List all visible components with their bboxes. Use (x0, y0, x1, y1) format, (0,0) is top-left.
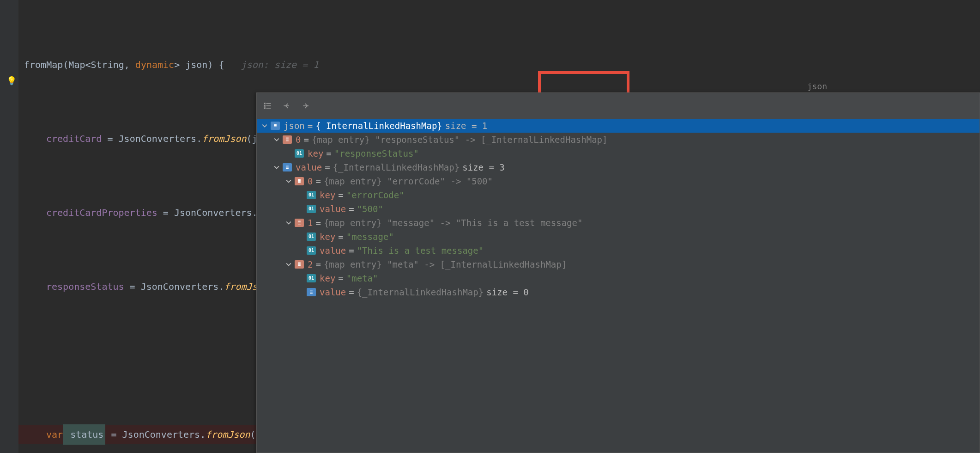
svg-rect-5 (266, 108, 271, 109)
map-entry-icon: ≣ (295, 260, 304, 269)
value-icon: 01 (307, 191, 316, 199)
list-icon: ≡ (307, 288, 316, 296)
list-icon: ≡ (271, 122, 280, 130)
map-entry-icon: ≣ (295, 177, 304, 185)
popup-toolbar (257, 93, 980, 119)
chevron-down-icon[interactable] (272, 163, 281, 171)
map-entry-icon: ≣ (283, 135, 292, 144)
debug-inspector-popup[interactable]: json ≡ json = {_InternalLinkedHashMap} s… (256, 92, 980, 453)
tree-row[interactable]: 01 value = "500" (257, 202, 980, 216)
list-icon: ≡ (283, 163, 292, 171)
variable-tree[interactable]: ≡ json = {_InternalLinkedHashMap} size =… (257, 119, 980, 453)
tree-row[interactable]: ≣ 0 = {map entry} "errorCode" -> "500" (257, 174, 980, 188)
tree-row[interactable]: 01 key = "errorCode" (257, 188, 980, 202)
chevron-down-icon[interactable] (284, 177, 293, 185)
back-arrow-icon[interactable] (282, 101, 292, 111)
method-name: fromMap (24, 55, 63, 74)
map-entry-icon: ≣ (295, 219, 304, 227)
tree-row[interactable]: 01 key = "meta" (257, 271, 980, 285)
value-icon: 01 (307, 274, 316, 282)
value-icon: 01 (295, 149, 304, 158)
tree-root-row[interactable]: ≡ json = {_InternalLinkedHashMap} size =… (257, 119, 980, 133)
tree-row[interactable]: ≣ 2 = {map entry} "meta" -> [_InternalLi… (257, 257, 980, 271)
inline-hint: json: size = 1 (224, 55, 319, 74)
code-line[interactable]: fromMap(Map<String, dynamic> json) { jso… (18, 55, 980, 74)
lightbulb-icon[interactable]: 💡 (6, 76, 17, 86)
svg-rect-2 (264, 107, 266, 109)
chevron-down-icon[interactable] (284, 219, 293, 227)
value-icon: 01 (307, 246, 316, 255)
chevron-down-icon[interactable] (284, 260, 293, 269)
tree-row[interactable]: ≡ value = {_InternalLinkedHashMap} size … (257, 285, 980, 299)
svg-rect-3 (266, 103, 271, 104)
tree-row[interactable]: 01 value = "This is a test message" (257, 244, 980, 257)
chevron-down-icon[interactable] (260, 122, 269, 130)
svg-rect-0 (264, 103, 266, 104)
chevron-down-icon[interactable] (272, 135, 281, 144)
svg-rect-1 (264, 105, 266, 106)
editor-gutter: 💡 (0, 0, 18, 453)
tree-row[interactable]: ≣ 0 = {map entry} "responseStatus" -> [_… (257, 133, 980, 147)
value-icon: 01 (307, 233, 316, 241)
configure-icon[interactable] (262, 101, 272, 111)
svg-rect-4 (266, 105, 271, 106)
forward-arrow-icon[interactable] (301, 101, 311, 111)
popup-title: json (807, 81, 827, 91)
code-editor[interactable]: 💡 fromMap(Map<String, dynamic> json) { j… (0, 0, 980, 453)
tree-row[interactable]: 01 key = "message" (257, 230, 980, 244)
tree-row[interactable]: ≣ 1 = {map entry} "message" -> "This is … (257, 216, 980, 230)
tree-row[interactable]: 01 key = "responseStatus" (257, 147, 980, 160)
tree-row[interactable]: ≡ value = {_InternalLinkedHashMap} size … (257, 160, 980, 174)
value-icon: 01 (307, 205, 316, 213)
